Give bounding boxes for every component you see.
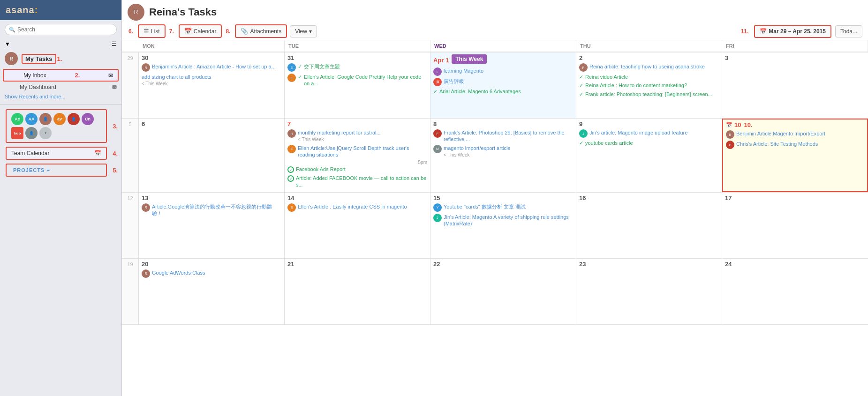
task-item[interactable]: M magento import/export article< This We…: [433, 145, 573, 158]
calendar-btn-label: Calendar: [194, 28, 217, 35]
task-text[interactable]: Benjamin's Article : Amazon Article - Ho…: [152, 63, 276, 70]
task-item[interactable]: E ✓ Ellen's Article: Google Code Prettif…: [287, 74, 427, 87]
day-number: 6: [142, 120, 281, 127]
task-text[interactable]: Ellen Article:Use jQuery Scroll Depth tr…: [298, 145, 427, 158]
chevron-down-icon: ▾: [309, 28, 312, 35]
list-icon: ☰: [143, 28, 149, 35]
task-text[interactable]: Chris's Article: Site Testing Methods: [736, 141, 818, 147]
task-text[interactable]: Ellen's Article: Google Code Prettify He…: [304, 74, 427, 87]
task-text[interactable]: Frank article: Photoshop teaching: [Begi…: [585, 91, 712, 97]
week-num-2: 5: [122, 119, 139, 192]
task-item[interactable]: J Jin's article: Magento image upload fe…: [579, 129, 719, 138]
task-item[interactable]: E Ellen Article:Use jQuery Scroll Depth …: [287, 145, 427, 158]
my-tasks-label[interactable]: My Tasks: [22, 54, 56, 64]
task-item[interactable]: ✓ Frank article: Photoshop teaching: [Be…: [579, 91, 719, 97]
annotation-3: 3.: [112, 123, 119, 130]
task-text[interactable]: add sizing chart to all products< This W…: [142, 74, 211, 87]
page-title-avatar: R: [128, 4, 144, 21]
avatar-av[interactable]: av: [53, 113, 66, 125]
task-text[interactable]: monthly marketing report for astral...< …: [298, 129, 381, 143]
task-item[interactable]: ✓ Arial Article: Magento 6 Advantages: [433, 88, 573, 95]
my-dashboard-label[interactable]: My Dashboard: [20, 84, 56, 90]
task-text[interactable]: Youtube "cards" 數據分析 文章 測試: [444, 203, 526, 210]
task-item[interactable]: R monthly marketing report for astral...…: [287, 129, 427, 143]
avatar-person2[interactable]: 👤: [68, 113, 80, 125]
task-text[interactable]: 廣告評級: [444, 78, 464, 84]
calendar-btn[interactable]: 📅 Calendar: [179, 24, 222, 38]
task-text[interactable]: Benjimin Article:Magento Import/Export: [736, 130, 825, 137]
task-item[interactable]: R Benjamin's Article : Amazon Article - …: [142, 63, 281, 72]
task-item[interactable]: ✓ youtube cards article: [579, 140, 719, 146]
avatar-hub[interactable]: hub: [11, 127, 23, 139]
task-text[interactable]: Frank's Article: Photoshop 29: [Basics] …: [444, 129, 573, 143]
task-text[interactable]: Jin's Article: Magento A variety of ship…: [444, 214, 573, 227]
check-icon: ✓: [579, 74, 583, 80]
task-item[interactable]: ✓ Reina Article : How to do content mark…: [579, 82, 719, 89]
collapse-icon[interactable]: ☰: [112, 41, 117, 47]
calendar: MON TUE WED THU FRI 29 30 R Benjamin's A…: [122, 40, 868, 396]
task-item[interactable]: C Chris's Article: Site Testing Methods: [726, 141, 864, 149]
task-text[interactable]: Arial Article: Magento 6 Advantages: [439, 88, 521, 95]
task-text[interactable]: learning Magento: [444, 67, 483, 74]
search-input[interactable]: [17, 26, 113, 33]
annotation-10: 10.: [743, 121, 753, 128]
avatar-cn[interactable]: Cn: [82, 113, 94, 125]
day-number: 10: [734, 121, 741, 128]
task-item[interactable]: R Google AdWords Class: [142, 269, 281, 278]
my-inbox-row[interactable]: My Inbox 2. ✉: [3, 69, 119, 82]
task-item[interactable]: L learning Magento: [433, 67, 573, 76]
task-item[interactable]: E ✓ 交下周文章主題: [287, 63, 427, 72]
show-recents[interactable]: Show Recents and more...: [0, 92, 121, 101]
avatar-person3[interactable]: 👤: [25, 127, 38, 139]
task-item[interactable]: add sizing chart to all products< This W…: [142, 74, 281, 87]
task-item[interactable]: E Ellen's Article : Easily integrate CSS…: [287, 203, 427, 212]
avatar-ac[interactable]: Ac: [11, 113, 23, 125]
task-text[interactable]: 交下周文章主題: [304, 63, 340, 70]
dropdown-icon[interactable]: ▼: [5, 41, 10, 47]
date-range-btn[interactable]: 📅 Mar 29 – Apr 25, 2015: [754, 25, 831, 38]
task-text[interactable]: Reina video Article: [585, 74, 628, 80]
task-text[interactable]: Reina article: teaching how to useing as…: [589, 63, 705, 70]
task-text[interactable]: youtube cards article: [585, 140, 633, 146]
task-item[interactable]: 廣 廣告評級: [433, 78, 573, 86]
view-btn[interactable]: View ▾: [290, 25, 317, 37]
annotation-11: 11.: [740, 28, 750, 35]
task-item[interactable]: Article: Added FACEBOOK movie — call to …: [287, 175, 427, 188]
day-tue-31: 31 E ✓ 交下周文章主題 E ✓ Ellen's Article: Goog…: [285, 52, 430, 118]
search-box[interactable]: 🔍: [5, 24, 117, 35]
check-icon: ✓: [579, 91, 583, 97]
task-text[interactable]: Ellen's Article : Easily integrate CSS i…: [298, 203, 407, 210]
search-icon: 🔍: [9, 27, 15, 33]
list-btn[interactable]: ☰ List: [138, 24, 166, 38]
task-avatar: E: [287, 145, 296, 153]
team-calendar-row[interactable]: Team Calendar 📅: [6, 147, 107, 160]
task-item[interactable]: Y Youtube "cards" 數據分析 文章 測試: [433, 203, 573, 212]
task-text[interactable]: Article: Added FACEBOOK movie — call to …: [296, 175, 427, 188]
task-text[interactable]: Reina Article : How to do content market…: [585, 82, 687, 89]
avatar-aa[interactable]: AA: [25, 113, 38, 125]
task-text[interactable]: Google AdWords Class: [152, 269, 205, 276]
task-item[interactable]: Facebook Ads Report: [287, 166, 427, 173]
projects-add-btn[interactable]: +: [46, 167, 50, 173]
task-text[interactable]: magento import/export article< This Week: [444, 145, 510, 158]
my-dashboard-row[interactable]: My Dashboard ✉: [0, 82, 121, 92]
team-calendar-label[interactable]: Team Calendar: [11, 150, 49, 157]
task-text[interactable]: Article:Google演算法的行動改革一不容忽視的行動體驗！: [152, 203, 281, 217]
avatar-add[interactable]: +: [39, 127, 52, 139]
task-item[interactable]: J Jin's Article: Magento A variety of sh…: [433, 214, 573, 227]
task-text[interactable]: Facebook Ads Report: [296, 166, 346, 172]
day-number: 13: [142, 194, 281, 202]
avatar-person1[interactable]: 👤: [39, 113, 52, 125]
projects-header: PROJECTS +: [6, 164, 107, 177]
task-item[interactable]: R Reina article: teaching how to useing …: [579, 63, 719, 72]
task-item[interactable]: R Article:Google演算法的行動改革一不容忽視的行動體驗！: [142, 203, 281, 217]
check-icon: ✓: [298, 74, 302, 80]
task-avatar: R: [142, 63, 150, 72]
attachments-btn[interactable]: 📎 Attachments: [235, 24, 287, 38]
today-btn[interactable]: Toda...: [835, 25, 862, 37]
task-item[interactable]: B Benjimin Article:Magento Import/Export: [726, 130, 864, 139]
task-item[interactable]: ✓ Reina video Article: [579, 74, 719, 80]
task-text[interactable]: Jin's article: Magento image upload feat…: [589, 129, 687, 136]
task-item[interactable]: F Frank's Article: Photoshop 29: [Basics…: [433, 129, 573, 143]
my-inbox-label[interactable]: My Inbox: [23, 72, 46, 79]
